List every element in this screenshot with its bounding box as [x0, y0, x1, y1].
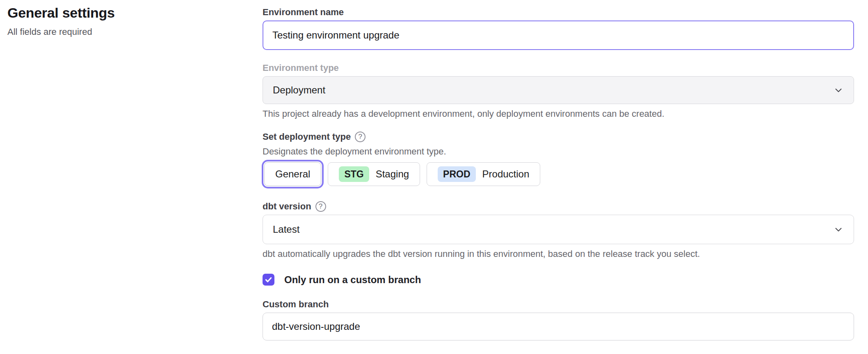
deployment-type-field: Set deployment type ? Designates the dep… — [263, 131, 854, 186]
settings-header: General settings All fields are required — [7, 5, 237, 37]
custom-branch-toggle-row: Only run on a custom branch — [263, 274, 854, 286]
deployment-type-production-button[interactable]: PROD Production — [427, 162, 540, 186]
custom-branch-label: Custom branch — [263, 299, 854, 310]
checkmark-icon — [265, 276, 272, 284]
dbt-version-value: Latest — [273, 224, 299, 235]
environment-type-helper: This project already has a development e… — [263, 108, 854, 120]
custom-branch-field: Custom branch — [263, 299, 854, 340]
custom-branch-checkbox[interactable] — [263, 274, 274, 286]
chevron-down-icon — [833, 85, 844, 95]
production-button-label: Production — [482, 168, 530, 180]
dbt-version-field: dbt version ? Latest dbt automatically u… — [263, 201, 854, 260]
page-title: General settings — [7, 5, 237, 21]
deployment-type-options: General STG Staging PROD Production — [263, 162, 854, 186]
environment-name-label: Environment name — [263, 7, 854, 18]
environment-type-select[interactable]: Deployment — [263, 76, 854, 104]
chevron-down-icon — [833, 224, 844, 235]
deployment-type-helper: Designates the deployment environment ty… — [263, 146, 854, 157]
dbt-version-label: dbt version — [263, 201, 311, 212]
production-badge: PROD — [438, 166, 475, 182]
staging-badge: STG — [339, 166, 369, 182]
environment-name-input[interactable] — [263, 20, 854, 50]
staging-button-label: Staging — [376, 168, 409, 180]
deployment-type-general-button[interactable]: General — [264, 162, 321, 186]
environment-type-value: Deployment — [273, 84, 325, 96]
custom-branch-toggle-label: Only run on a custom branch — [284, 274, 421, 286]
deployment-type-staging-button[interactable]: STG Staging — [328, 162, 420, 186]
environment-name-field: Environment name — [263, 7, 854, 50]
deployment-type-label: Set deployment type — [263, 131, 351, 143]
dbt-version-select[interactable]: Latest — [263, 215, 854, 244]
general-button-label: General — [275, 168, 310, 180]
help-icon[interactable]: ? — [315, 201, 326, 212]
environment-settings-page: General settings All fields are required… — [0, 0, 868, 354]
custom-branch-input[interactable] — [263, 313, 854, 340]
environment-type-label: Environment type — [263, 62, 854, 74]
page-subtitle: All fields are required — [7, 27, 237, 37]
environment-type-field: Environment type Deployment This project… — [263, 62, 854, 120]
environment-form: Environment name Environment type Deploy… — [263, 7, 854, 340]
help-icon[interactable]: ? — [355, 132, 365, 142]
dbt-version-helper: dbt automatically upgrades the dbt versi… — [263, 248, 854, 260]
